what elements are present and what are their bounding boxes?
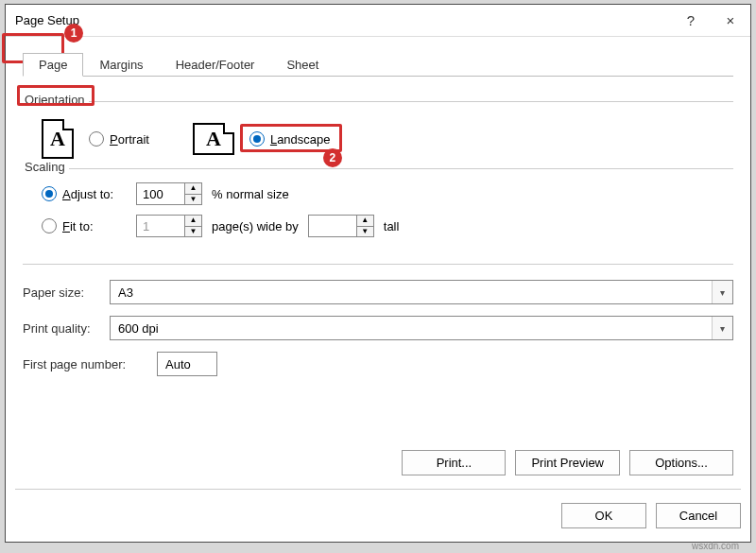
ok-button[interactable]: OK	[561, 503, 646, 528]
print-button[interactable]: Print...	[402, 450, 506, 475]
scaling-group-label: Scaling	[21, 160, 69, 174]
fit-wide-spinner[interactable]: ▲▼	[136, 215, 202, 237]
landscape-radio[interactable]: Landscape 2	[249, 131, 331, 147]
print-preview-button[interactable]: Print Preview	[515, 450, 620, 475]
watermark: wsxdn.com	[692, 541, 739, 546]
spin-down-icon[interactable]: ▼	[357, 227, 373, 237]
page-setup-dialog: Page Setup ? × Page Margins Header/Foote…	[5, 4, 751, 543]
spin-up-icon[interactable]: ▲	[185, 183, 201, 195]
first-page-input[interactable]	[157, 352, 217, 376]
adjust-value-input[interactable]	[137, 183, 184, 204]
portrait-radio[interactable]: Portrait	[89, 131, 149, 147]
annotation-badge-1: 1	[64, 24, 83, 43]
print-quality-value: 600 dpi	[118, 321, 159, 336]
portrait-icon: A	[42, 119, 74, 159]
print-quality-label: Print quality:	[23, 321, 110, 336]
fit-tall-suffix: tall	[384, 219, 400, 233]
spin-up-icon[interactable]: ▲	[185, 216, 201, 227]
paper-size-label: Paper size:	[23, 285, 110, 300]
adjust-label: Adjust to:	[62, 187, 113, 201]
adjust-suffix: % normal size	[212, 187, 289, 201]
paper-size-dropdown[interactable]: A3 ▾	[110, 280, 733, 304]
tab-margins[interactable]: Margins	[83, 53, 159, 77]
radio-icon	[89, 131, 104, 147]
options-button[interactable]: Options...	[629, 450, 733, 475]
spin-down-icon[interactable]: ▼	[185, 227, 201, 237]
annotation-box-2	[240, 124, 342, 152]
fit-to-radio[interactable]: Fit to:	[42, 218, 127, 233]
fit-mid-label: page(s) wide by	[212, 219, 299, 233]
adjust-spinner[interactable]: ▲▼	[136, 182, 202, 205]
radio-icon	[42, 218, 57, 233]
spin-down-icon[interactable]: ▼	[185, 195, 201, 205]
adjust-to-radio[interactable]: Adjust to:	[42, 186, 127, 201]
help-button[interactable]: ?	[671, 5, 711, 37]
tab-page[interactable]: Page	[23, 53, 83, 77]
tab-sheet[interactable]: Sheet	[270, 53, 335, 77]
portrait-label: Portrait	[110, 132, 149, 147]
close-button[interactable]: ×	[711, 5, 750, 37]
fit-tall-input[interactable]	[309, 216, 356, 236]
annotation-badge-2: 2	[323, 148, 342, 167]
spin-up-icon[interactable]: ▲	[357, 216, 373, 227]
tab-bar: Page Margins Header/Footer Sheet	[23, 50, 733, 77]
fit-tall-spinner[interactable]: ▲▼	[308, 215, 374, 237]
titlebar: Page Setup ? ×	[6, 5, 750, 37]
landscape-icon: A	[193, 123, 234, 155]
radio-icon	[42, 186, 57, 201]
chevron-down-icon: ▾	[712, 317, 732, 339]
chevron-down-icon: ▾	[712, 281, 732, 303]
fit-wide-input[interactable]	[137, 216, 184, 236]
dialog-title: Page Setup	[15, 13, 671, 27]
print-quality-dropdown[interactable]: 600 dpi ▾	[110, 316, 733, 340]
fit-label: Fit to:	[62, 219, 94, 233]
first-page-label: First page number:	[23, 357, 157, 372]
annotation-box-orientation	[17, 85, 94, 106]
paper-size-value: A3	[118, 285, 133, 300]
cancel-button[interactable]: Cancel	[656, 503, 741, 528]
tab-header-footer[interactable]: Header/Footer	[160, 53, 271, 77]
